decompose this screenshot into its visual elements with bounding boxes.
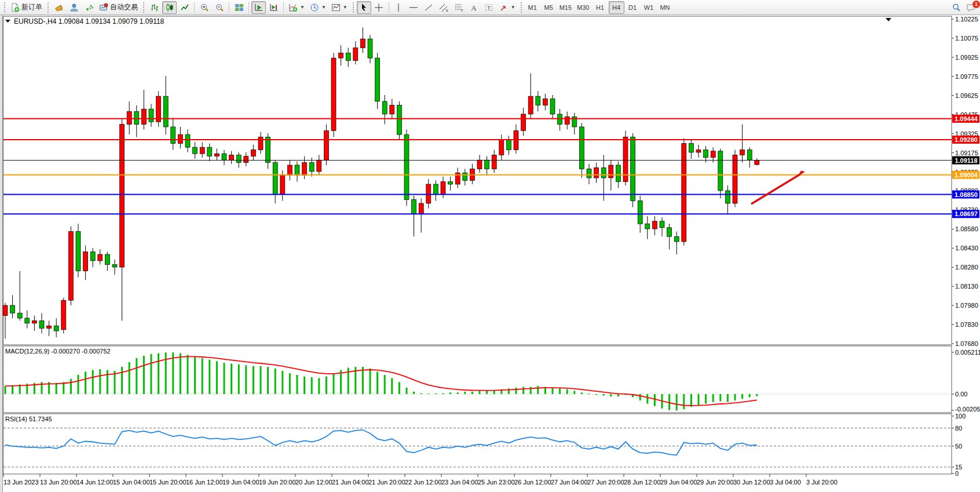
hline-1.08850[interactable]: 1.08850 (3, 191, 979, 199)
main-pane-border (3, 16, 952, 345)
timeframe-MN[interactable]: MN (657, 1, 673, 14)
rsi-label: RSI(14) 51.7345 (5, 416, 52, 422)
chart-shift-button[interactable] (266, 1, 281, 14)
line-chart-button[interactable] (177, 1, 192, 14)
time-tick-label: 13 Jun 2023 (3, 479, 39, 486)
search-button[interactable] (949, 1, 963, 14)
bear-candle (601, 167, 606, 178)
templates-button[interactable]: ▼ (329, 1, 350, 14)
bar-chart-button[interactable] (147, 1, 162, 14)
bear-candle (90, 252, 95, 261)
bear-candle (207, 147, 212, 156)
trend-arrow-annotation[interactable] (751, 171, 805, 204)
timeframe-H4[interactable]: H4 (609, 1, 624, 14)
bear-candle (587, 169, 591, 178)
bull-candle (755, 161, 759, 165)
symbol-dropdown-icon[interactable] (5, 20, 10, 23)
timeframe-M1[interactable]: M1 (525, 1, 540, 14)
trendline-tool-button[interactable] (422, 1, 436, 14)
time-tick-label: 23 Jun 04:00 (441, 479, 478, 486)
bull-candle (514, 131, 518, 150)
time-tick-label: 29 Jun 04:00 (660, 479, 697, 486)
signals-button[interactable] (82, 1, 96, 14)
bear-candle (76, 231, 81, 271)
price-axis[interactable]: 1.102251.100751.099251.097751.096251.094… (952, 16, 978, 347)
notifications-button[interactable]: 1 (964, 1, 978, 14)
toolbar-grip[interactable] (353, 2, 354, 13)
toolbar-grip[interactable] (521, 2, 522, 13)
bear-candle (506, 140, 511, 150)
candlestick-chart-button[interactable] (162, 1, 177, 14)
time-tick-label: 19 Jun 20:00 (259, 479, 296, 486)
zoom-in-button[interactable] (197, 1, 211, 14)
time-tick-label: 21 Jun 04:00 (332, 479, 369, 486)
toolbar-grip[interactable] (143, 2, 144, 13)
time-tick-label: 28 Jun 12:00 (624, 479, 661, 486)
zoom-out-button[interactable] (212, 1, 226, 14)
bear-candle (674, 236, 679, 242)
cursor-button[interactable] (357, 1, 371, 14)
bear-candle (638, 201, 642, 224)
new-order-button[interactable]: 新订单 (8, 1, 45, 14)
macd-signal-line (5, 356, 757, 406)
signal-waves-icon (85, 3, 94, 12)
bull-candle (419, 203, 423, 214)
svg-text:A: A (471, 3, 477, 12)
bull-candle (156, 96, 161, 122)
publisher-button[interactable] (52, 1, 66, 14)
time-axis[interactable]: 13 Jun 202313 Jun 20:0014 Jun 12:0015 Ju… (3, 474, 838, 486)
hline-1.09004[interactable]: 1.09004 (3, 171, 979, 179)
bull-candle (68, 231, 73, 300)
vertical-line-tool-button[interactable] (392, 1, 406, 14)
timeframe-M5[interactable]: M5 (541, 1, 557, 14)
crosshair-button[interactable] (372, 1, 386, 14)
bull-candle (141, 109, 146, 124)
channel-tool-button[interactable]: E (437, 1, 451, 14)
timeframe-D1[interactable]: D1 (625, 1, 641, 14)
svg-text:E: E (446, 9, 448, 12)
text-tool-button[interactable]: A (467, 1, 481, 14)
toolbar-grip[interactable] (47, 2, 49, 13)
autotrading-icon (99, 3, 108, 12)
bull-candle (229, 155, 234, 160)
chart-area[interactable]: 1.102251.100751.099251.097751.096251.094… (0, 15, 980, 492)
periods-button[interactable]: ▼ (308, 1, 328, 14)
timeframe-M15[interactable]: M15 (557, 1, 574, 14)
autotrading-button[interactable]: 自动交易 (97, 1, 140, 14)
toolbar-grip[interactable] (4, 2, 5, 13)
clock-icon (310, 3, 319, 12)
hline-1.08697[interactable]: 1.08697 (3, 210, 979, 218)
bull-candle (61, 300, 66, 330)
bear-candle (193, 147, 198, 154)
timeframe-M30[interactable]: M30 (575, 1, 591, 14)
timeframe-W1[interactable]: W1 (641, 1, 657, 14)
scale-marker-icon[interactable] (886, 18, 891, 21)
hline-1.09280[interactable]: 1.09280 (3, 136, 979, 144)
auto-scroll-icon (254, 3, 264, 12)
bear-candle (266, 137, 270, 163)
horizontal-line-tool-button[interactable] (407, 1, 421, 14)
community-button[interactable] (67, 1, 81, 14)
megaphone-icon (54, 3, 64, 12)
hline-1.09118[interactable]: 1.09118 (3, 156, 979, 165)
template-icon (331, 3, 341, 12)
candlestick-icon (165, 3, 174, 12)
bear-candle (747, 150, 752, 161)
arrows-tool-button[interactable]: ▼ (497, 1, 518, 14)
tile-windows-button[interactable] (232, 1, 246, 14)
bull-candle (360, 39, 365, 48)
price-tick-label: 1.08580 (955, 225, 978, 232)
text-label-tool-button[interactable]: T (482, 1, 496, 14)
price-tick-label: 1.07980 (955, 302, 978, 309)
timeframe-H1[interactable]: H1 (593, 1, 608, 14)
fibonacci-tool-button[interactable]: F (452, 1, 466, 14)
bear-candle (448, 182, 453, 184)
indicators-button[interactable]: ▼ (286, 1, 307, 14)
bear-candle (273, 163, 277, 195)
bear-candle (404, 134, 409, 199)
time-tick-label: 25 Jun 23:00 (478, 479, 515, 486)
zoom-in-icon (200, 3, 209, 12)
bull-candle (178, 134, 182, 143)
bear-candle (112, 265, 117, 267)
auto-scroll-button[interactable] (251, 1, 266, 14)
